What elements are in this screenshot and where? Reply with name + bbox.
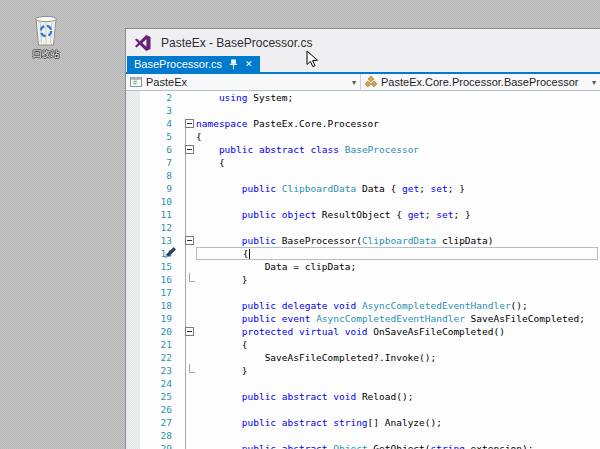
outline-margin[interactable] [176, 234, 196, 247]
code-text[interactable]: } [196, 273, 600, 286]
code-line-10[interactable]: 10 [126, 195, 600, 208]
code-text[interactable]: public abstract Object GetObject(string … [196, 442, 600, 449]
code-text[interactable]: public object ResultObject { get; set; } [196, 208, 600, 221]
code-text[interactable]: { [196, 156, 600, 169]
line-number: 24 [140, 377, 176, 390]
outline-margin [176, 390, 196, 403]
window-title: PasteEx - BaseProcessor.cs [161, 36, 312, 50]
code-text[interactable] [196, 221, 600, 234]
visual-studio-window: PasteEx - BaseProcessor.cs BaseProcessor… [125, 28, 600, 449]
tab-baseprocessor[interactable]: BaseProcessor.cs ✕ [127, 56, 260, 72]
code-editor[interactable]: 2 using System;34namespace PasteEx.Core.… [126, 91, 600, 449]
collapse-box-icon[interactable] [185, 327, 194, 336]
line-number: 25 [140, 390, 176, 403]
line-number: 29 [140, 442, 176, 449]
code-line-2[interactable]: 2 using System; [126, 91, 600, 104]
recycle-bin-icon [31, 12, 61, 48]
code-text[interactable] [196, 377, 600, 390]
code-text[interactable]: public abstract class BaseProcessor [196, 143, 600, 156]
code-line-27[interactable]: 27 public abstract string[] Analyze(); [126, 416, 600, 429]
outline-margin [176, 247, 196, 260]
close-tab-icon[interactable]: ✕ [245, 60, 253, 69]
collapse-box-icon[interactable] [185, 145, 194, 154]
outline-margin [176, 312, 196, 325]
code-text[interactable]: { [196, 130, 600, 143]
recycle-bin[interactable]: 回收站 [24, 12, 68, 59]
outline-margin [176, 156, 196, 169]
line-number: 9 [140, 182, 176, 195]
code-line-29[interactable]: 29 public abstract Object GetObject(stri… [126, 442, 600, 449]
code-text[interactable] [196, 403, 600, 416]
outline-margin [176, 338, 196, 351]
code-line-23[interactable]: 23 } [126, 364, 600, 377]
outline-margin [176, 416, 196, 429]
code-line-12[interactable]: 12 [126, 221, 600, 234]
text-caret [249, 249, 250, 259]
code-text[interactable] [196, 429, 600, 442]
code-line-14[interactable]: 14 { [126, 247, 600, 260]
navigation-bar: # PasteEx ▾ PasteEx.Core.Processor.BaseP… [126, 74, 600, 91]
window-titlebar[interactable]: PasteEx - BaseProcessor.cs [126, 29, 600, 56]
code-line-3[interactable]: 3 [126, 104, 600, 117]
code-line-24[interactable]: 24 [126, 377, 600, 390]
outline-margin[interactable] [176, 143, 196, 156]
code-line-5[interactable]: 5{ [126, 130, 600, 143]
outline-margin[interactable] [176, 117, 196, 130]
code-line-8[interactable]: 8 [126, 169, 600, 182]
outline-margin [176, 195, 196, 208]
edit-pencil-icon [164, 246, 177, 262]
outline-margin [176, 442, 196, 449]
line-number: 19 [140, 312, 176, 325]
code-line-21[interactable]: 21 { [126, 338, 600, 351]
code-line-9[interactable]: 9 public ClipboardData Data { get; set; … [126, 182, 600, 195]
code-line-15[interactable]: 15 Data = clipData; [126, 260, 600, 273]
code-line-16[interactable]: 16 } [126, 273, 600, 286]
code-text[interactable]: protected virtual void OnSaveAsFileCompl… [196, 325, 600, 338]
outline-margin [176, 182, 196, 195]
code-line-25[interactable]: 25 public abstract void Reload(); [126, 390, 600, 403]
outline-margin [176, 130, 196, 143]
code-text[interactable]: public BaseProcessor(ClipboardData clipD… [196, 234, 600, 247]
code-text[interactable]: { [196, 338, 600, 351]
csharp-project-icon: # [130, 76, 142, 88]
code-line-20[interactable]: 20 protected virtual void OnSaveAsFileCo… [126, 325, 600, 338]
line-number: 21 [140, 338, 176, 351]
code-line-7[interactable]: 7 { [126, 156, 600, 169]
type-dropdown-label: PasteEx.Core.Processor.BaseProcessor [381, 76, 578, 88]
code-text[interactable]: SaveAsFileCompleted?.Invoke(); [196, 351, 600, 364]
code-text[interactable]: public ClipboardData Data { get; set; } [196, 182, 600, 195]
code-line-28[interactable]: 28 [126, 429, 600, 442]
code-line-22[interactable]: 22 SaveAsFileCompleted?.Invoke(); [126, 351, 600, 364]
code-text[interactable]: Data = clipData; [196, 260, 600, 273]
code-text[interactable]: namespace PasteEx.Core.Processor [196, 117, 600, 130]
outline-margin[interactable] [176, 325, 196, 338]
collapse-box-icon[interactable] [185, 236, 194, 245]
collapse-box-icon[interactable] [185, 119, 194, 128]
code-text[interactable]: using System; [196, 91, 600, 104]
code-text[interactable]: public delegate void AsyncCompletedEvent… [196, 299, 600, 312]
code-text[interactable]: } [196, 364, 600, 377]
code-text[interactable]: public abstract void Reload(); [196, 390, 600, 403]
line-number: 2 [140, 91, 176, 104]
code-text[interactable]: { [196, 247, 598, 260]
code-line-26[interactable]: 26 [126, 403, 600, 416]
code-line-19[interactable]: 19 public event AsyncCompletedEventHandl… [126, 312, 600, 325]
code-text[interactable] [196, 195, 600, 208]
type-dropdown[interactable]: PasteEx.Core.Processor.BaseProcessor ▾ [361, 74, 600, 90]
pin-icon[interactable] [229, 59, 238, 70]
tab-row: BaseProcessor.cs ✕ [126, 56, 600, 72]
line-number: 20 [140, 325, 176, 338]
code-text[interactable] [196, 286, 600, 299]
line-number: 22 [140, 351, 176, 364]
code-line-11[interactable]: 11 public object ResultObject { get; set… [126, 208, 600, 221]
code-line-18[interactable]: 18 public delegate void AsyncCompletedEv… [126, 299, 600, 312]
code-text[interactable]: public abstract string[] Analyze(); [196, 416, 600, 429]
code-line-4[interactable]: 4namespace PasteEx.Core.Processor [126, 117, 600, 130]
code-text[interactable]: public event AsyncCompletedEventHandler … [196, 312, 600, 325]
code-line-13[interactable]: 13 public BaseProcessor(ClipboardData cl… [126, 234, 600, 247]
code-text[interactable] [196, 104, 600, 117]
project-dropdown[interactable]: # PasteEx ▾ [126, 74, 361, 90]
code-line-17[interactable]: 17 [126, 286, 600, 299]
code-line-6[interactable]: 6 public abstract class BaseProcessor [126, 143, 600, 156]
code-text[interactable] [196, 169, 600, 182]
